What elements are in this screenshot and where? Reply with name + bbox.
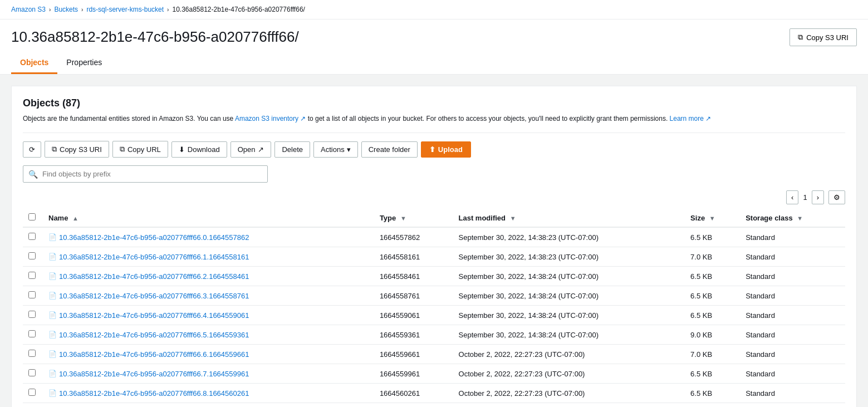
- actions-label: Actions: [321, 145, 345, 154]
- page-number: 1: [803, 193, 807, 202]
- row-last-modified-cell: September 30, 2022, 14:38:23 (UTC-07:00): [453, 247, 685, 267]
- row-type-cell: 1664558161: [374, 247, 453, 267]
- search-input[interactable]: [23, 165, 268, 183]
- table-settings-button[interactable]: ⚙: [828, 190, 845, 204]
- row-checkbox-cell: [23, 364, 43, 384]
- file-icon: 📄: [48, 331, 57, 339]
- object-name-link[interactable]: 10.36a85812-2b1e-47c6-b956-a020776fff66.…: [59, 272, 249, 281]
- row-storage-class-cell: Standard: [740, 325, 845, 345]
- last-modified-column-label: Last modified: [459, 214, 506, 222]
- size-column-header[interactable]: Size ▼: [685, 209, 740, 227]
- row-checkbox-8[interactable]: [28, 389, 36, 396]
- type-column-header[interactable]: Type ▼: [374, 209, 453, 227]
- delete-label: Delete: [282, 145, 303, 154]
- create-folder-button[interactable]: Create folder: [361, 141, 418, 158]
- row-checkbox-6[interactable]: [28, 350, 36, 357]
- row-name-cell: 📄 10.36a85812-2b1e-47c6-b956-a020776fff6…: [43, 227, 374, 247]
- table-row: 📄 10.36a85812-2b1e-47c6-b956-a020776fff6…: [23, 227, 845, 247]
- actions-chevron-icon: ▾: [347, 145, 351, 154]
- row-size-cell: 6.5 KB: [685, 286, 740, 306]
- breadcrumb-buckets[interactable]: Buckets: [54, 6, 78, 13]
- object-name-link[interactable]: 10.36a85812-2b1e-47c6-b956-a020776fff66.…: [59, 292, 249, 300]
- open-external-icon: ↗: [258, 145, 264, 154]
- copy-s3-uri-top-button[interactable]: ⧉ Copy S3 URI: [789, 28, 857, 46]
- open-label: Open: [238, 145, 256, 154]
- type-sort-icon: ▼: [400, 215, 406, 222]
- row-type-cell: 1664559061: [374, 306, 453, 325]
- copy-url-button[interactable]: ⧉ Copy URL: [112, 141, 168, 158]
- row-name-cell: 📄 10.36a85812-2b1e-47c6-b956-a020776fff6…: [43, 286, 374, 306]
- table-row: 📄 10.36a85812-2b1e-47c6-b956-a020776fff6…: [23, 247, 845, 267]
- file-icon: 📄: [48, 370, 57, 377]
- learn-more-link[interactable]: Learn more ↗: [670, 115, 712, 122]
- tabs-bar: Objects Properties: [0, 52, 868, 75]
- object-name-link[interactable]: 10.36a85812-2b1e-47c6-b956-a020776fff66.…: [59, 311, 249, 320]
- row-type-cell: 1664560261: [374, 384, 453, 403]
- table-row: 📄 10.36a85812-2b1e-47c6-b956-a020776fff6…: [23, 267, 845, 286]
- file-icon: 📄: [48, 292, 57, 300]
- amazon-s3-inventory-link[interactable]: Amazon S3 inventory ↗: [235, 115, 306, 122]
- row-last-modified-cell: September 30, 2022, 14:38:24 (UTC-07:00): [453, 286, 685, 306]
- row-storage-class-cell: Standard: [740, 403, 845, 408]
- breadcrumb-current: 10.36a85812-2b1e-47c6-b956-a020776fff66/: [172, 6, 305, 13]
- row-checkbox-4[interactable]: [28, 311, 36, 318]
- row-checkbox-cell: [23, 325, 43, 345]
- row-checkbox-1[interactable]: [28, 252, 36, 259]
- breadcrumb-amazon-s3[interactable]: Amazon S3: [11, 6, 46, 13]
- refresh-button[interactable]: ⟳: [23, 141, 41, 158]
- row-type-cell: 1664560561: [374, 403, 453, 408]
- storage-class-column-header[interactable]: Storage class ▼: [740, 209, 845, 227]
- toolbar-separator: [23, 133, 845, 133]
- table-row: 📄 10.36a85812-2b1e-47c6-b956-a020776fff6…: [23, 364, 845, 384]
- open-button[interactable]: Open ↗: [231, 141, 272, 158]
- upload-button[interactable]: ⬆ Upload: [421, 141, 471, 158]
- page-header: 10.36a85812-2b1e-47c6-b956-a020776fff66/…: [0, 19, 868, 52]
- object-name-link[interactable]: 10.36a85812-2b1e-47c6-b956-a020776fff66.…: [59, 350, 249, 359]
- storage-class-sort-icon: ▼: [797, 215, 803, 222]
- row-last-modified-cell: October 2, 2022, 22:27:23 (UTC-07:00): [453, 384, 685, 403]
- delete-button[interactable]: Delete: [274, 141, 310, 158]
- prev-page-button[interactable]: ‹: [786, 190, 798, 204]
- object-name-link[interactable]: 10.36a85812-2b1e-47c6-b956-a020776fff66.…: [59, 331, 249, 339]
- row-type-cell: 1664559361: [374, 325, 453, 345]
- name-column-label: Name: [48, 214, 68, 222]
- row-checkbox-3[interactable]: [28, 291, 36, 298]
- objects-heading: Objects (87): [23, 97, 845, 109]
- tab-objects[interactable]: Objects: [11, 52, 57, 74]
- objects-table: Name ▲ Type ▼ Last modified ▼ Size ▼: [23, 209, 845, 407]
- row-size-cell: 6.5 KB: [685, 364, 740, 384]
- upload-icon: ⬆: [429, 145, 435, 154]
- row-name-cell: 📄 10.36a85812-2b1e-47c6-b956-a020776fff6…: [43, 325, 374, 345]
- name-column-header[interactable]: Name ▲: [43, 209, 374, 227]
- download-label: Download: [188, 145, 220, 154]
- size-column-label: Size: [690, 214, 705, 222]
- table-row: 📄 10.36a85812-2b1e-47c6-b956-a020776fff6…: [23, 403, 845, 408]
- breadcrumb-bucket-name[interactable]: rds-sql-server-kms-bucket: [86, 6, 164, 13]
- type-column-label: Type: [380, 214, 396, 222]
- row-storage-class-cell: Standard: [740, 286, 845, 306]
- actions-button[interactable]: Actions ▾: [313, 141, 358, 158]
- object-name-link[interactable]: 10.36a85812-2b1e-47c6-b956-a020776fff66.…: [59, 233, 249, 242]
- select-all-checkbox[interactable]: [28, 213, 36, 220]
- row-checkbox-7[interactable]: [28, 369, 36, 376]
- row-checkbox-cell: [23, 286, 43, 306]
- download-button[interactable]: ⬇ Download: [171, 141, 227, 158]
- row-checkbox-5[interactable]: [28, 330, 36, 337]
- copy-s3-uri-icon: ⧉: [52, 145, 57, 154]
- copy-s3-uri-button[interactable]: ⧉ Copy S3 URI: [45, 141, 109, 158]
- row-size-cell: 6.5 KB: [685, 403, 740, 408]
- next-page-button[interactable]: ›: [812, 190, 824, 204]
- row-checkbox-2[interactable]: [28, 272, 36, 279]
- row-checkbox-cell: [23, 306, 43, 325]
- object-name-link[interactable]: 10.36a85812-2b1e-47c6-b956-a020776fff66.…: [59, 370, 249, 378]
- row-checkbox-0[interactable]: [28, 233, 36, 240]
- tab-properties[interactable]: Properties: [57, 52, 111, 74]
- row-size-cell: 6.5 KB: [685, 384, 740, 403]
- last-modified-column-header[interactable]: Last modified ▼: [453, 209, 685, 227]
- objects-description: Objects are the fundamental entities sto…: [23, 114, 845, 124]
- upload-label: Upload: [438, 145, 463, 154]
- object-name-link[interactable]: 10.36a85812-2b1e-47c6-b956-a020776fff66.…: [59, 253, 249, 261]
- object-name-link[interactable]: 10.36a85812-2b1e-47c6-b956-a020776fff66.…: [59, 389, 249, 398]
- table-row: 📄 10.36a85812-2b1e-47c6-b956-a020776fff6…: [23, 286, 845, 306]
- download-icon: ⬇: [179, 145, 185, 154]
